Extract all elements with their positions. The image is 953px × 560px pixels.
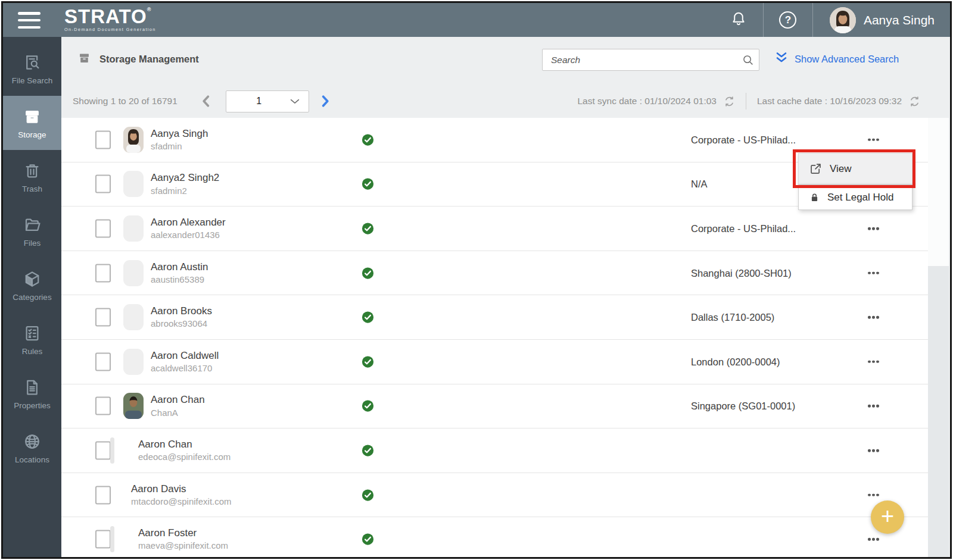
- sidebar-item-label: Trash: [22, 184, 42, 193]
- row-checkbox[interactable]: [95, 486, 111, 504]
- sidebar-item-label: Files: [24, 239, 41, 248]
- last-sync-date: Last sync date : 01/10/2024 01:03: [577, 96, 717, 107]
- brand-tagline: On-Demand Document Generation: [64, 27, 156, 32]
- search-input[interactable]: [543, 55, 737, 65]
- row-checkbox[interactable]: [95, 530, 111, 549]
- cube-icon: [23, 270, 42, 289]
- context-menu-item-view[interactable]: View: [798, 153, 912, 184]
- sidebar-item-properties[interactable]: Properties: [3, 367, 61, 421]
- status-active-icon: [362, 533, 374, 546]
- sidebar-item-label: Locations: [15, 455, 49, 464]
- row-checkbox[interactable]: [95, 175, 111, 193]
- user-name: Aaron Austin: [151, 261, 208, 273]
- user-name: Aaron Chan: [151, 393, 205, 406]
- row-menu-button[interactable]: [867, 312, 880, 323]
- user-username: ChanA: [151, 408, 205, 419]
- status-active-icon: [362, 400, 374, 412]
- advanced-search-label: Show Advanced Search: [795, 54, 899, 65]
- sidebar-item-categories[interactable]: Categories: [3, 258, 61, 312]
- avatar-placeholder: [123, 349, 144, 375]
- row-menu-button[interactable]: [867, 135, 880, 145]
- cache-refresh-icon[interactable]: [909, 96, 920, 107]
- status-active-icon: [362, 444, 374, 456]
- sidebar-item-label: File Search: [12, 76, 52, 85]
- row-menu-button[interactable]: [867, 224, 880, 234]
- user-identity: Aanya Singhsfadmin: [151, 127, 208, 152]
- user-location: Shanghai (2800-SH01): [691, 267, 792, 279]
- user-identity: Aaron Austinaaustin65389: [151, 261, 208, 286]
- user-username: aalexander01436: [151, 230, 226, 241]
- sidebar-item-trash[interactable]: Trash: [3, 150, 61, 204]
- context-menu-item-set-legal-hold[interactable]: Set Legal Hold: [798, 184, 912, 210]
- row-checkbox[interactable]: [95, 219, 111, 237]
- advanced-search-toggle[interactable]: Show Advanced Search: [775, 51, 899, 67]
- status-active-icon: [362, 489, 374, 501]
- user-username: edeoca@spinifexit.com: [138, 452, 231, 463]
- row-checkbox[interactable]: [95, 130, 111, 149]
- brand-logo: STRATO® On-Demand Document Generation: [64, 7, 156, 32]
- avatar-placeholder: [110, 437, 114, 464]
- main-content: Storage Management Show Advanced Search …: [61, 37, 950, 557]
- table-row: Aaron Alexanderaalexander01436Corporate …: [61, 207, 928, 251]
- user-name: Aaron Chan: [138, 438, 231, 450]
- row-menu-button[interactable]: [867, 446, 880, 456]
- row-checkbox[interactable]: [95, 397, 111, 415]
- add-button[interactable]: +: [871, 500, 904, 534]
- page-title-group: Storage Management: [78, 52, 199, 67]
- row-menu-button[interactable]: [867, 534, 880, 545]
- row-menu-button[interactable]: [867, 401, 880, 411]
- user-location: Corporate - US-Philad...: [691, 223, 796, 234]
- table-row: Aaron Chanedeoca@spinifexit.com: [61, 428, 928, 473]
- prev-page-button[interactable]: [200, 95, 211, 108]
- row-checkbox[interactable]: [95, 308, 111, 327]
- globe-icon: [23, 432, 42, 451]
- storage-box-icon: [78, 52, 91, 67]
- hamburger-menu-icon[interactable]: [18, 12, 41, 29]
- user-name: Aaron Alexander: [151, 216, 226, 229]
- user-name: Aaron Brooks: [151, 305, 212, 317]
- user-identity: Aaron Davismtacdoro@spinifexit.com: [131, 483, 232, 508]
- avatar-placeholder: [123, 215, 144, 242]
- sidebar-item-locations[interactable]: Locations: [3, 421, 61, 475]
- user-username: maeva@spinifexit.com: [138, 540, 228, 552]
- brand-name: STRATO: [64, 5, 147, 27]
- registered-mark: ®: [147, 7, 151, 12]
- magnifier-icon[interactable]: [737, 54, 759, 67]
- user-location: Dallas (1710-2005): [691, 312, 774, 323]
- user-avatar: [830, 7, 856, 33]
- table-row: Aaron Austinaaustin65389Shanghai (2800-S…: [61, 251, 928, 296]
- user-identity: Aaron Chanedeoca@spinifexit.com: [138, 438, 231, 463]
- sidebar-item-file-search[interactable]: File Search: [3, 42, 61, 96]
- help-button[interactable]: ?: [764, 3, 812, 37]
- row-menu-button[interactable]: [867, 356, 880, 367]
- row-menu-button[interactable]: [867, 490, 880, 500]
- user-username: aaustin65389: [151, 274, 208, 286]
- sidebar-item-label: Rules: [22, 347, 43, 356]
- row-menu-button[interactable]: [867, 268, 880, 278]
- sidebar-item-rules[interactable]: Rules: [3, 312, 61, 367]
- row-checkbox[interactable]: [95, 264, 111, 282]
- user-username: mtacdoro@spinifexit.com: [131, 496, 232, 508]
- sidebar-item-label: Storage: [18, 130, 46, 139]
- lock-icon: [809, 192, 820, 203]
- page-select[interactable]: 1: [226, 90, 309, 112]
- avatar: [123, 393, 144, 419]
- table-row: Aaron Davismtacdoro@spinifexit.com: [61, 473, 928, 518]
- context-menu-item-label: View: [830, 163, 852, 175]
- sidebar-item-storage[interactable]: Storage: [3, 96, 61, 150]
- user-name: Aanya Singh: [864, 13, 935, 27]
- sidebar-item-files[interactable]: Files: [3, 204, 61, 258]
- table-row: Aaron Caldwellacaldwell36170London (0200…: [61, 340, 928, 384]
- row-checkbox[interactable]: [95, 352, 111, 371]
- user-menu[interactable]: Aanya Singh: [813, 3, 950, 37]
- next-page-button[interactable]: [320, 95, 331, 108]
- scrollbar-thumb[interactable]: [928, 118, 949, 266]
- row-checkbox[interactable]: [95, 441, 111, 459]
- sync-status: Last sync date : 01/10/2024 01:03 Last c…: [577, 86, 920, 116]
- scrollbar-track[interactable]: [928, 118, 949, 557]
- sidebar-item-label: Categories: [13, 293, 51, 302]
- user-location: N/A: [691, 179, 708, 190]
- table-row: Aaron ChanChanASingapore (SG01-0001): [61, 384, 928, 429]
- notifications-button[interactable]: [714, 3, 763, 37]
- sync-refresh-icon[interactable]: [724, 96, 735, 107]
